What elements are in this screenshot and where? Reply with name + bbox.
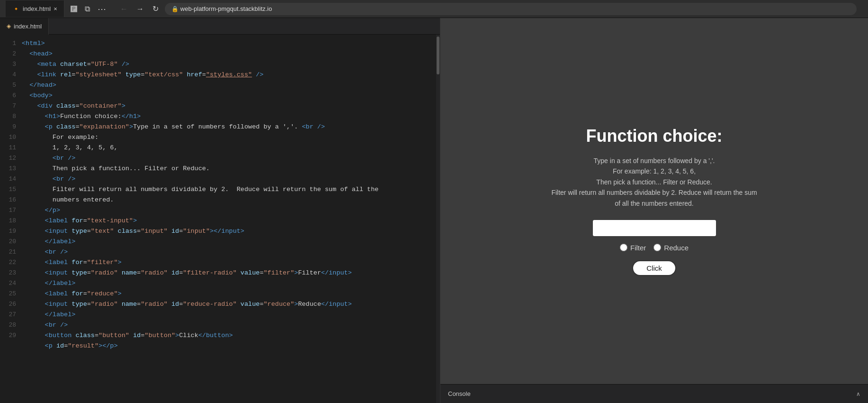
- preview-text-input[interactable]: [593, 220, 716, 236]
- address-bar[interactable]: 🔒 web-platform-pmgqut.stackblitz.io: [165, 3, 857, 15]
- filter-label: Filter: [630, 244, 646, 252]
- console-chevron-icon[interactable]: ∧: [856, 391, 860, 397]
- forward-button[interactable]: →: [134, 4, 146, 14]
- desc-line2: For example: 1, 2, 3, 4, 5, 6,: [613, 167, 696, 175]
- code-line-23: </label>: [22, 278, 436, 289]
- editor-tab-bar: ◈ index.html: [0, 18, 440, 35]
- browser-tab[interactable]: 🔸 index.html ×: [6, 0, 64, 17]
- code-line-25: <input type="radio" name="radio" id="red…: [22, 299, 436, 310]
- code-line-6: <body>: [22, 91, 436, 101]
- more-menu-button[interactable]: ⋯: [95, 3, 108, 15]
- code-line-29: <p id="result"></p>: [22, 341, 436, 351]
- code-line-28: <button class="button" id="button">Click…: [22, 330, 436, 341]
- code-line-2: <head>: [22, 49, 436, 59]
- preview-panel: Function choice: Type in a set of number…: [440, 18, 868, 403]
- code-line-24: <label for="reduce">: [22, 289, 436, 299]
- tab-title: index.html: [23, 5, 51, 12]
- main-split-view: ◈ index.html 12345 678910 1112131415 161…: [0, 18, 868, 403]
- desc-line1: Type in a set of numbers followed by a '…: [594, 157, 715, 165]
- code-line-12: <br />: [22, 153, 436, 164]
- code-line-11: 1, 2, 3, 4, 5, 6,: [22, 143, 436, 153]
- browser-chrome: 🔸 index.html × 🅿 ⧉ ⋯ ← → ↻ 🔒 web-platfor…: [0, 0, 868, 18]
- reduce-radio-item: Reduce: [653, 244, 689, 252]
- filter-radio-item: Filter: [620, 244, 646, 252]
- code-line-26: </label>: [22, 310, 436, 320]
- editor-scrollbar[interactable]: [436, 35, 440, 403]
- address-bar-container: ← → ↻ 🔒 web-platform-pmgqut.stackblitz.i…: [118, 3, 857, 15]
- code-line-18: <input type="text" class="input" id="inp…: [22, 226, 436, 237]
- file-icon: ◈: [7, 23, 11, 29]
- tab-area: 🔸 index.html ×: [6, 0, 64, 17]
- filter-radio[interactable]: [620, 244, 627, 251]
- pin-button[interactable]: 🅿: [68, 4, 80, 14]
- code-line-17: <label for="text-input">: [22, 216, 436, 226]
- code-line-3: <meta charset="UTF-8" />: [22, 59, 436, 70]
- console-label: Console: [448, 390, 471, 397]
- refresh-button[interactable]: ↻: [150, 3, 161, 14]
- radio-group: Filter Reduce: [620, 244, 689, 252]
- code-line-15: Filter will return all numbers dividable…: [22, 184, 436, 195]
- line-numbers: 12345 678910 1112131415 1617181920 21222…: [0, 35, 20, 403]
- code-line-4: <link rel="stylesheet" type="text/css" h…: [22, 70, 436, 80]
- code-line-5: </head>: [22, 80, 436, 91]
- back-button[interactable]: ←: [118, 4, 130, 14]
- split-button[interactable]: ⧉: [82, 4, 92, 14]
- preview-title: Function choice:: [586, 126, 723, 146]
- editor-panel: ◈ index.html 12345 678910 1112131415 161…: [0, 18, 440, 403]
- tab-favicon: 🔸: [12, 5, 20, 12]
- nav-buttons: 🅿 ⧉ ⋯: [68, 3, 108, 15]
- code-line-27: <br />: [22, 320, 436, 330]
- desc-line4: Filter will return all numbers dividable…: [551, 189, 757, 196]
- code-line-14: <br />: [22, 174, 436, 184]
- code-line-1: <html>: [22, 38, 436, 49]
- desc-line5: of all the numbers entered.: [615, 200, 694, 207]
- desc-line3: Then pick a function... Filter or Reduce…: [596, 178, 712, 186]
- tab-close-icon[interactable]: ×: [54, 5, 57, 12]
- code-line-21: <label for="filter">: [22, 257, 436, 268]
- code-line-8: <h1>Function choice:</h1>: [22, 111, 436, 122]
- reduce-radio[interactable]: [653, 244, 661, 251]
- code-line-16b: </p>: [22, 205, 436, 216]
- click-button[interactable]: Click: [632, 260, 676, 276]
- code-line-19: </label>: [22, 237, 436, 247]
- code-line-20: <br />: [22, 247, 436, 257]
- code-line-9: <p class="explanation">Type in a set of …: [22, 122, 436, 132]
- code-editor-content[interactable]: <html> <head> <meta charset="UTF-8" /> <…: [20, 35, 436, 403]
- code-line-13: Then pick a function... Filter or Reduce…: [22, 164, 436, 174]
- code-line-22: <input type="radio" name="radio" id="fil…: [22, 268, 436, 278]
- editor-file-tab[interactable]: ◈ index.html: [0, 18, 49, 35]
- code-line-10: For example:: [22, 132, 436, 143]
- url-text: web-platform-pmgqut.stackblitz.io: [180, 5, 272, 12]
- reduce-label: Reduce: [664, 244, 689, 252]
- scrollbar-thumb[interactable]: [437, 37, 439, 74]
- editor-tab-label: index.html: [14, 23, 42, 30]
- lock-icon: 🔒: [171, 6, 179, 12]
- code-line-16: numbers entered.: [22, 195, 436, 205]
- console-bar: Console ∧: [440, 384, 868, 403]
- preview-content: Function choice: Type in a set of number…: [440, 18, 868, 384]
- code-line-7: <div class="container">: [22, 101, 436, 111]
- code-area[interactable]: 12345 678910 1112131415 1617181920 21222…: [0, 35, 440, 403]
- preview-description: Type in a set of numbers followed by a '…: [551, 156, 757, 209]
